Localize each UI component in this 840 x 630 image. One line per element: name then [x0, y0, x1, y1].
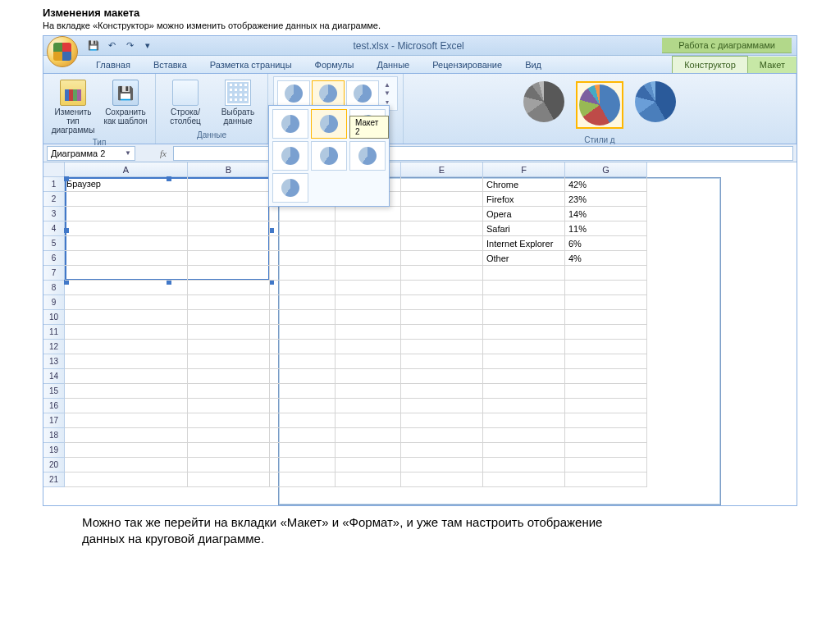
layout-option-4[interactable]	[272, 141, 308, 171]
cell[interactable]	[483, 369, 565, 384]
row-header-12[interactable]: 12	[43, 340, 65, 354]
gallery-up-icon[interactable]: ▲	[381, 81, 394, 89]
cell[interactable]	[65, 310, 188, 325]
cell[interactable]	[336, 325, 401, 340]
cell[interactable]	[188, 325, 270, 340]
cell[interactable]	[188, 399, 270, 413]
cell[interactable]	[483, 340, 565, 354]
cell[interactable]	[483, 295, 565, 310]
cell[interactable]	[65, 443, 188, 458]
cell[interactable]: Other	[483, 251, 565, 266]
cell[interactable]	[401, 428, 483, 443]
cell[interactable]	[65, 428, 188, 443]
row-header-6[interactable]: 6	[43, 251, 65, 266]
save-icon[interactable]: 💾	[86, 39, 101, 53]
cell[interactable]	[188, 192, 270, 207]
cell[interactable]	[336, 251, 401, 266]
cell[interactable]	[336, 399, 401, 413]
cell[interactable]	[270, 266, 336, 281]
cell[interactable]: 23%	[565, 192, 647, 207]
cell[interactable]	[336, 221, 401, 236]
cell[interactable]	[565, 354, 647, 369]
cell[interactable]	[188, 221, 270, 236]
cell[interactable]	[270, 207, 336, 221]
cell[interactable]	[565, 428, 647, 443]
cell[interactable]	[188, 458, 270, 472]
cell[interactable]	[483, 310, 565, 325]
cell[interactable]	[65, 399, 188, 413]
office-button[interactable]	[47, 36, 78, 67]
cell[interactable]: Chrome	[483, 177, 565, 192]
cell[interactable]	[336, 295, 401, 310]
cell[interactable]	[401, 458, 483, 472]
redo-icon[interactable]: ↷	[122, 39, 137, 53]
cell[interactable]	[401, 369, 483, 384]
cell[interactable]	[65, 413, 188, 428]
cell[interactable]	[565, 443, 647, 458]
row-header-19[interactable]: 19	[43, 443, 65, 458]
cell[interactable]	[65, 384, 188, 399]
select-all-corner[interactable]	[43, 162, 65, 177]
cell[interactable]	[65, 266, 188, 281]
layout-option-1[interactable]	[272, 109, 308, 139]
cell[interactable]	[401, 177, 483, 192]
cell[interactable]	[401, 266, 483, 281]
cell[interactable]	[483, 413, 565, 428]
cell[interactable]	[188, 236, 270, 251]
cell[interactable]	[483, 281, 565, 295]
gallery-down-icon[interactable]: ▼	[381, 89, 394, 97]
row-header-7[interactable]: 7	[43, 266, 65, 281]
cells-area[interactable]: Браузер Процент Chrome42%Firefox23%Opera…	[65, 177, 795, 505]
cell[interactable]	[401, 192, 483, 207]
undo-icon[interactable]: ↶	[104, 39, 119, 53]
cell[interactable]	[336, 472, 401, 487]
cell[interactable]	[336, 207, 401, 221]
cell[interactable]: 4%	[565, 251, 647, 266]
cell[interactable]	[65, 177, 188, 192]
cell[interactable]	[401, 399, 483, 413]
cell[interactable]	[188, 384, 270, 399]
save-template-button[interactable]: Сохранить как шаблон	[101, 78, 150, 127]
cell[interactable]	[565, 369, 647, 384]
cell[interactable]	[565, 384, 647, 399]
cell[interactable]	[188, 281, 270, 295]
col-header-F[interactable]: F	[483, 162, 565, 177]
layout-option-7[interactable]	[272, 173, 308, 203]
cell[interactable]: Opera	[483, 207, 565, 221]
cell[interactable]	[336, 340, 401, 354]
cell[interactable]	[65, 192, 188, 207]
layout-thumb-2[interactable]	[312, 80, 345, 107]
chart-style-2[interactable]	[576, 81, 623, 129]
cell[interactable]: Internet Explorer	[483, 236, 565, 251]
tab-home[interactable]: Главная	[84, 57, 142, 73]
cell[interactable]	[188, 369, 270, 384]
fx-icon[interactable]: fx	[160, 148, 167, 158]
cell[interactable]	[401, 295, 483, 310]
cell[interactable]	[336, 443, 401, 458]
cell[interactable]	[565, 325, 647, 340]
cell[interactable]	[565, 472, 647, 487]
cell[interactable]: 42%	[565, 177, 647, 192]
cell[interactable]	[401, 310, 483, 325]
cell[interactable]	[336, 458, 401, 472]
cell[interactable]	[65, 281, 188, 295]
cell[interactable]	[270, 295, 336, 310]
cell[interactable]	[270, 369, 336, 384]
cell[interactable]	[483, 384, 565, 399]
cell[interactable]: 6%	[565, 236, 647, 251]
tab-review[interactable]: Рецензирование	[421, 57, 514, 73]
cell[interactable]	[401, 251, 483, 266]
row-header-4[interactable]: 4	[43, 221, 65, 236]
switch-row-col-button[interactable]: Строка/столбец	[161, 78, 210, 127]
cell[interactable]	[483, 443, 565, 458]
cell[interactable]	[270, 472, 336, 487]
cell[interactable]	[401, 413, 483, 428]
cell[interactable]	[483, 325, 565, 340]
tab-pagelayout[interactable]: Разметка страницы	[199, 57, 304, 73]
cell[interactable]	[483, 266, 565, 281]
cell[interactable]	[65, 251, 188, 266]
cell[interactable]	[270, 236, 336, 251]
cell[interactable]	[565, 281, 647, 295]
layout-thumb-1[interactable]	[277, 80, 310, 107]
cell[interactable]	[188, 207, 270, 221]
